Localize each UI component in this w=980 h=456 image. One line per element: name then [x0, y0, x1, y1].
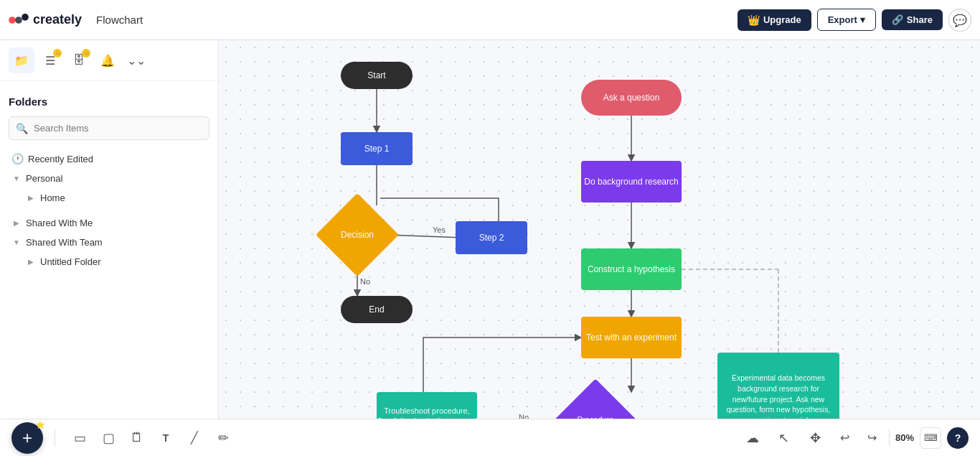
fc-hypothesis[interactable]: Construct a hypothesis — [581, 248, 682, 290]
recently-edited-item[interactable]: 🕐 Recently Edited — [9, 149, 209, 169]
svg-rect-2 — [22, 14, 29, 21]
rectangle-tool[interactable]: ▭ — [67, 425, 93, 451]
share-icon: 🔗 — [892, 14, 903, 25]
fc-research[interactable]: Do background research — [581, 161, 682, 203]
fc-ask[interactable]: Ask a question — [581, 80, 682, 116]
shared-with-me-label: Shared With Me — [26, 218, 93, 228]
expand-arrow-home: ▶ — [26, 194, 36, 202]
pen-tool[interactable]: ✏ — [210, 425, 236, 451]
fc-step1[interactable]: Step 1 — [341, 132, 413, 165]
fc-procedure[interactable]: Procedure working? — [550, 378, 641, 419]
canvas-area[interactable]: Yes No No Yes Start Step 1 Decision Step… — [219, 40, 980, 419]
svg-line-5 — [387, 235, 463, 238]
toolbar-separator-2 — [889, 429, 890, 447]
upgrade-label: Upgrade — [763, 14, 801, 25]
share-button[interactable]: 🔗 Share — [882, 9, 943, 30]
help-button[interactable]: ? — [947, 427, 969, 449]
logo: creately — [9, 12, 82, 27]
home-label: Home — [40, 192, 65, 203]
add-button[interactable]: + ⭐ — [11, 422, 43, 454]
chevron-down-icon: ▾ — [860, 14, 865, 25]
toolbar-separator-1 — [55, 429, 55, 447]
sidebar-expand-icon[interactable]: ⌄⌄ — [123, 47, 149, 73]
note-tool[interactable]: 🗒 — [124, 425, 150, 451]
fc-troubleshoot[interactable]: Troubleshoot procedure, Carefully check … — [377, 392, 477, 419]
share-label: Share — [907, 14, 933, 25]
fc-test[interactable]: Test with an experiment — [581, 317, 682, 358]
untitled-folder-label: Untitled Folder — [40, 256, 101, 267]
search-wrap: 🔍 — [9, 116, 209, 140]
export-button[interactable]: Export ▾ — [817, 9, 876, 31]
fc-decision[interactable]: Decision — [316, 193, 399, 276]
expand-arrow-personal: ▼ — [11, 175, 22, 182]
fc-start[interactable]: Start — [341, 62, 413, 89]
clock-icon: 🕐 — [11, 153, 24, 164]
tool-group-shapes: ▭ ▢ 🗒 T ╱ ✏ — [67, 425, 236, 451]
sidebar-icon-row: 📁 ☰ 👑 🗄 👑 🔔 ⌄⌄ — [0, 40, 218, 81]
add-icon: + — [22, 428, 32, 448]
chat-icon: 💬 — [953, 14, 967, 27]
personal-item[interactable]: ▼ Personal — [9, 169, 209, 188]
upgrade-button[interactable]: 👑 Upgrade — [738, 9, 811, 31]
shared-with-me-item[interactable]: ▶ Shared With Me — [9, 213, 209, 233]
sidebar: 📁 ☰ 👑 🗄 👑 🔔 ⌄⌄ Folders 🔍 🕐 Recently Edit… — [0, 40, 219, 456]
svg-rect-0 — [9, 17, 16, 24]
text-tool[interactable]: T — [153, 425, 179, 451]
fc-decision-label: Decision — [341, 230, 374, 240]
sidebar-folder-icon[interactable]: 📁 — [9, 47, 34, 73]
zoom-level: 80% — [895, 432, 914, 443]
sidebar-list-icon[interactable]: ☰ 👑 — [37, 47, 63, 73]
expand-arrow-shared-me: ▶ — [11, 219, 22, 227]
topbar-title: Flowchart — [96, 14, 729, 26]
svg-text:No: No — [519, 413, 529, 419]
home-item[interactable]: ▶ Home — [23, 188, 209, 208]
sidebar-db-icon[interactable]: 🗄 👑 — [66, 47, 92, 73]
logo-text: creately — [33, 12, 82, 27]
fc-step2[interactable]: Step 2 — [456, 221, 527, 254]
personal-label: Personal — [26, 173, 62, 184]
fc-experimental[interactable]: Experimental data becomes background res… — [717, 353, 839, 419]
move-tool[interactable]: ✥ — [803, 425, 829, 451]
badge: 👑 — [53, 49, 62, 57]
badge-db: 👑 — [82, 49, 90, 57]
bottom-toolbar: + ⭐ ▭ ▢ 🗒 T ╱ ✏ ☁ ↖ ✥ ↩ ↪ 80% ⌨ ? — [0, 419, 980, 456]
rounded-rect-tool[interactable]: ▢ — [95, 425, 121, 451]
fc-end[interactable]: End — [341, 296, 413, 323]
expand-arrow-shared-team: ▼ — [11, 238, 22, 246]
crown-icon: 👑 — [748, 14, 760, 26]
undo-button[interactable]: ↩ — [834, 427, 856, 449]
redo-button[interactable]: ↪ — [862, 427, 883, 449]
topbar-actions: 👑 Upgrade Export ▾ 🔗 Share U — [738, 9, 971, 32]
svg-text:No: No — [360, 277, 370, 286]
cloud-save-button[interactable]: ☁ — [740, 425, 765, 451]
toolbar-right: ☁ ↖ ✥ ↩ ↪ 80% ⌨ ? — [740, 425, 969, 451]
keyboard-button[interactable]: ⌨ — [920, 427, 941, 449]
sidebar-content: Folders 🔍 🕐 Recently Edited ▼ Personal ▶… — [0, 81, 218, 280]
cursor-tool[interactable]: ↖ — [771, 425, 797, 451]
chat-panel-toggle[interactable]: 💬 — [948, 9, 971, 32]
star-badge: ⭐ — [36, 421, 44, 429]
svg-text:Yes: Yes — [433, 225, 446, 234]
line-tool[interactable]: ╱ — [182, 425, 207, 451]
folders-title: Folders — [9, 90, 209, 116]
export-label: Export — [828, 14, 857, 25]
main-layout: 📁 ☰ 👑 🗄 👑 🔔 ⌄⌄ Folders 🔍 🕐 Recently Edit… — [0, 40, 980, 456]
search-input[interactable] — [9, 116, 209, 140]
team-children: ▶ Untitled Folder — [9, 252, 209, 271]
shared-with-team-item[interactable]: ▼ Shared With Team — [9, 233, 209, 252]
untitled-folder-item[interactable]: ▶ Untitled Folder — [23, 252, 209, 271]
recently-edited-label: Recently Edited — [28, 154, 93, 164]
sidebar-bell-icon[interactable]: 🔔 — [95, 47, 121, 73]
search-icon: 🔍 — [16, 123, 28, 134]
expand-arrow-untitled: ▶ — [26, 258, 36, 266]
shared-with-team-label: Shared With Team — [26, 237, 103, 248]
personal-children: ▶ Home — [9, 188, 209, 208]
topbar: creately Flowchart 👑 Upgrade Export ▾ 🔗 … — [0, 0, 980, 40]
svg-rect-1 — [15, 17, 22, 24]
